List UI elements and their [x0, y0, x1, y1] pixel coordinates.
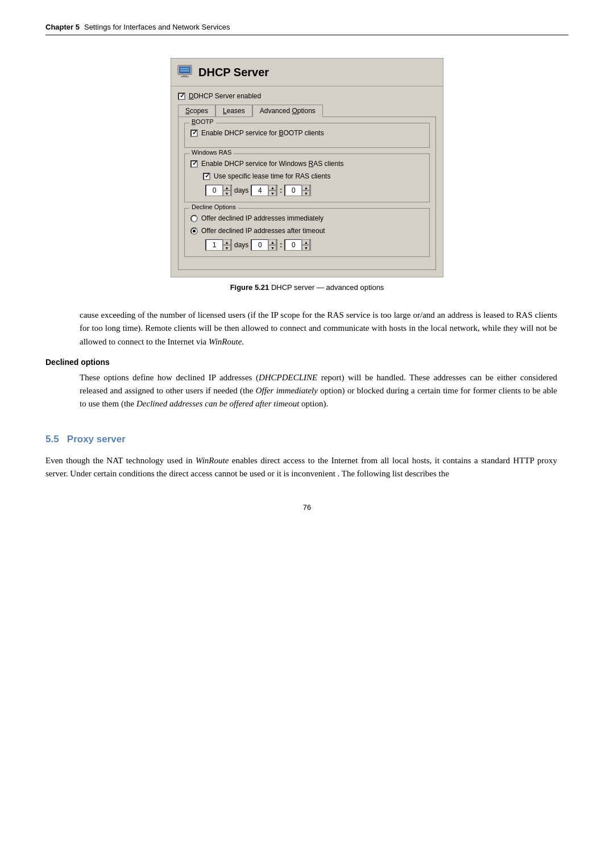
svg-rect-5 — [180, 70, 189, 72]
decline-options-legend: Decline Options — [189, 203, 238, 210]
body-paragraph-1: cause exceeding of the number of license… — [80, 309, 557, 348]
section-5-5-number: 5.5 — [45, 434, 59, 445]
figure-caption-label: Figure 5.21 — [230, 283, 269, 292]
decline-spinbox-2-down[interactable]: ▼ — [268, 245, 276, 251]
ras-colon: : — [280, 186, 282, 194]
ras-lease-time-checkbox-row: Use specific lease time for RAS clients — [203, 172, 424, 180]
ras-spinbox-1-value[interactable] — [206, 185, 222, 196]
decline-days-label: days — [234, 241, 248, 249]
decline-spinbox-3-up[interactable]: ▲ — [302, 239, 310, 245]
bootp-group: BOOTP Enable DHCP service for BOOTP clie… — [184, 123, 430, 148]
ras-spinbox-1-up[interactable]: ▲ — [223, 185, 231, 190]
ras-spinbox-2-up[interactable]: ▲ — [268, 185, 276, 190]
decline-spinbox-2-up[interactable]: ▲ — [268, 239, 276, 245]
ras-spinbox-3-value[interactable] — [285, 185, 301, 196]
section-5-5-heading: Proxy server — [67, 434, 126, 445]
winroute-italic-2: WinRoute — [196, 456, 229, 465]
decline-radio-immediately[interactable] — [190, 215, 198, 222]
decline-radio1-label: Offer declined IP addresses immediately — [201, 214, 323, 222]
ras-enable-label: Enable DHCP service for Windows RAS clie… — [201, 160, 344, 168]
winroute-italic-1: WinRoute — [209, 337, 242, 346]
ras-lease-time-checkbox[interactable] — [203, 173, 210, 180]
ras-spinbox-1-down[interactable]: ▼ — [223, 190, 231, 196]
chapter-title: Settings for Interfaces and Network Serv… — [84, 23, 230, 31]
windows-ras-content: Enable DHCP service for Windows RAS clie… — [190, 160, 424, 196]
chapter-label: Chapter 5 — [45, 23, 80, 31]
dhcp-titlebar: DHCP Server — [171, 59, 443, 86]
figure-caption-text: DHCP server — advanced options — [271, 283, 384, 292]
decline-radio1-row: Offer declined IP addresses immediately — [190, 214, 424, 222]
body-paragraph-2: These options define how declined IP add… — [80, 371, 557, 411]
tab-advanced-options[interactable]: Advanced Options — [252, 105, 323, 117]
declined-options-heading: Declined options — [45, 358, 569, 367]
bootp-checkbox-row: Enable DHCP service for BOOTP clients — [190, 129, 424, 137]
bootp-content: Enable DHCP service for BOOTP clients — [190, 129, 424, 137]
decline-spinbox-2[interactable]: ▲ ▼ — [251, 239, 277, 251]
decline-options-content: Offer declined IP addresses immediately … — [190, 214, 424, 251]
ras-enable-checkbox[interactable] — [190, 160, 198, 168]
ras-spinbox-3[interactable]: ▲ ▼ — [284, 185, 311, 196]
ras-spinbox-3-arrows: ▲ ▼ — [301, 185, 310, 196]
tab-content-area: BOOTP Enable DHCP service for BOOTP clie… — [178, 117, 436, 270]
dhcp-dialog: DHCP Server DDHCP Server enabled Scopes … — [171, 58, 443, 277]
decline-spinbox-2-value[interactable] — [252, 240, 268, 250]
ras-days-label: days — [234, 186, 248, 194]
ras-spinbox-1-arrows: ▲ ▼ — [222, 185, 231, 196]
dhcp-dialog-title: DHCP Server — [198, 66, 269, 79]
page-number-value: 76 — [303, 503, 311, 512]
decline-options-group: Decline Options Offer declined IP addres… — [184, 208, 430, 257]
declined-addresses-italic: Declined addresses can be offered after … — [136, 399, 299, 408]
page-number: 76 — [45, 503, 569, 512]
tabs-bar: Scopes Leases Advanced Options — [178, 105, 436, 117]
decline-spinbox-3-down[interactable]: ▼ — [302, 245, 310, 251]
ras-spinbox-2[interactable]: ▲ ▼ — [251, 185, 277, 196]
decline-spinbox-1-down[interactable]: ▼ — [223, 245, 231, 251]
section-5-5-title: 5.5 Proxy server — [45, 434, 569, 445]
decline-spinbox-1[interactable]: ▲ ▼ — [205, 239, 232, 251]
decline-spinbox-3-value[interactable] — [285, 240, 301, 250]
bootp-enable-label: Enable DHCP service for BOOTP clients — [201, 129, 324, 137]
dhcpdecline-italic: DHCPDECLINE — [259, 373, 317, 382]
decline-radio2-label: Offer declined IP addresses after timeou… — [201, 227, 325, 235]
decline-spinbox-3[interactable]: ▲ ▼ — [284, 239, 311, 251]
section-5-5: 5.5 Proxy server — [45, 434, 569, 445]
svg-rect-4 — [180, 68, 189, 69]
bootp-enable-checkbox[interactable] — [190, 130, 198, 137]
section-5-5-body: Even though the NAT technology used in W… — [45, 454, 557, 481]
ras-spinbox-3-up[interactable]: ▲ — [302, 185, 310, 190]
decline-radio-timeout[interactable] — [190, 227, 198, 235]
dhcp-server-icon — [176, 63, 194, 81]
offer-immediately-italic: Offer immediately — [256, 386, 318, 395]
dhcp-dialog-content: DDHCP Server enabled Scopes Leases Advan… — [171, 86, 443, 277]
dhcp-enabled-row: DDHCP Server enabled — [178, 92, 436, 100]
decline-spinbox-1-arrows: ▲ ▼ — [222, 239, 231, 251]
decline-radio2-row: Offer declined IP addresses after timeou… — [190, 227, 424, 235]
bootp-legend: BOOTP — [189, 118, 216, 125]
dhcp-enabled-label: DDHCP Server enabled — [189, 92, 261, 100]
svg-rect-3 — [181, 76, 189, 77]
decline-colon: : — [280, 241, 282, 249]
ras-spinbox-2-arrows: ▲ ▼ — [268, 185, 276, 196]
ras-spinbox-3-down[interactable]: ▼ — [302, 190, 310, 196]
declined-heading-text: Declined options — [45, 358, 110, 367]
svg-rect-2 — [182, 74, 187, 76]
windows-ras-legend: Windows RAS — [189, 149, 234, 156]
figure-container: DHCP Server DDHCP Server enabled Scopes … — [159, 58, 455, 292]
ras-spinbox-1[interactable]: ▲ ▼ — [205, 185, 232, 196]
ras-spinbox-2-value[interactable] — [252, 185, 268, 196]
decline-spinbox-1-up[interactable]: ▲ — [223, 239, 231, 245]
tab-scopes[interactable]: Scopes — [178, 105, 215, 117]
tab-leases[interactable]: Leases — [215, 105, 252, 117]
decline-spinbox-row: ▲ ▼ days ▲ ▼ — [205, 239, 424, 251]
figure-caption: Figure 5.21 DHCP server — advanced optio… — [230, 283, 384, 292]
ras-lease-time-label: Use specific lease time for RAS clients — [214, 172, 330, 180]
ras-spinbox-row: ▲ ▼ days ▲ ▼ — [205, 185, 424, 196]
dhcp-enabled-checkbox[interactable] — [178, 93, 185, 100]
windows-ras-group: Windows RAS Enable DHCP service for Wind… — [184, 153, 430, 202]
decline-spinbox-1-value[interactable] — [206, 240, 222, 250]
decline-spinbox-2-arrows: ▲ ▼ — [268, 239, 276, 251]
chapter-header: Chapter 5 Settings for Interfaces and Ne… — [45, 23, 569, 35]
ras-spinbox-2-down[interactable]: ▼ — [268, 190, 276, 196]
ras-enable-checkbox-row: Enable DHCP service for Windows RAS clie… — [190, 160, 424, 168]
decline-spinbox-3-arrows: ▲ ▼ — [301, 239, 310, 251]
